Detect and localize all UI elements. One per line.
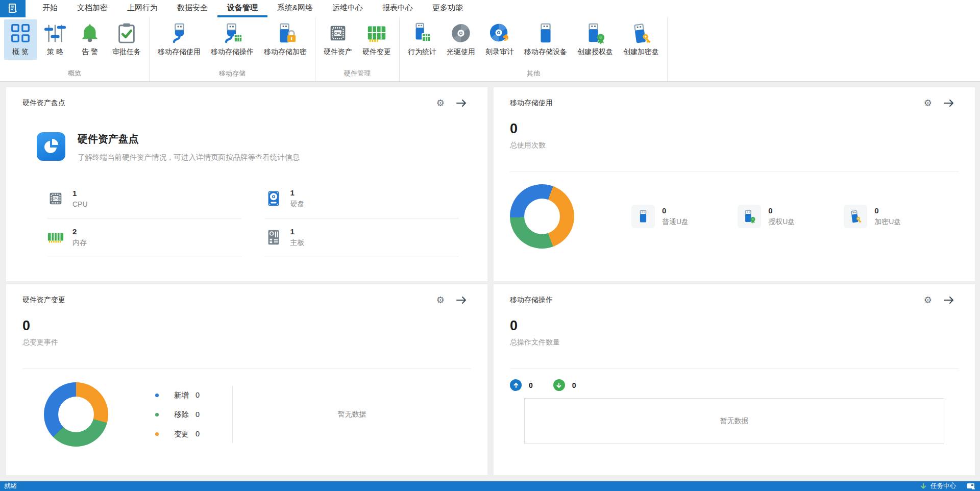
stat-value: 1 bbox=[290, 227, 305, 236]
approval-clipboard-icon bbox=[115, 21, 138, 45]
monitor-icon[interactable] bbox=[967, 483, 975, 489]
ribbon-item-label: 移动存储操作 bbox=[211, 47, 254, 57]
ribbon-item-burn-audit[interactable]: 刻录审计 bbox=[481, 19, 518, 60]
ribbon-toolbar: 概 览 策 略 告 警 bbox=[0, 17, 980, 82]
total-value: 0 bbox=[22, 318, 471, 334]
tab-ops-center[interactable]: 运维中心 bbox=[323, 0, 373, 17]
tab-more-features[interactable]: 更多功能 bbox=[423, 0, 473, 17]
motherboard-icon bbox=[265, 229, 282, 246]
tab-start[interactable]: 开始 bbox=[33, 0, 67, 17]
ribbon-item-behavior-stats[interactable]: 行为统计 bbox=[404, 19, 440, 60]
usage-item-normal-usb: 0 普通U盘 bbox=[631, 205, 689, 228]
gear-icon[interactable]: ⚙ bbox=[436, 99, 445, 108]
overview-grid-icon bbox=[9, 21, 32, 45]
arrow-right-icon[interactable] bbox=[456, 99, 467, 107]
tab-doc-encryption[interactable]: 文档加密 bbox=[67, 0, 117, 17]
cd-disc-icon bbox=[449, 21, 473, 45]
gear-icon[interactable]: ⚙ bbox=[436, 296, 445, 305]
ribbon-item-label: 移动存储加密 bbox=[264, 47, 307, 57]
tab-web-behavior[interactable]: 上网行为 bbox=[117, 0, 167, 17]
stat-motherboard[interactable]: 1 主板 bbox=[265, 218, 459, 257]
tab-system-network[interactable]: 系统&网络 bbox=[267, 0, 323, 17]
usage-label: 授权U盘 bbox=[768, 217, 795, 227]
ribbon-item-approval-tasks[interactable]: 审批任务 bbox=[108, 19, 145, 60]
usb-badge-icon bbox=[738, 205, 761, 228]
ribbon-group-label: 移动存储 bbox=[150, 67, 315, 81]
tab-device-management[interactable]: 设备管理 bbox=[217, 0, 267, 17]
stat-cpu[interactable]: CPU 1 CPU bbox=[47, 180, 241, 218]
ribbon-group-label: 概览 bbox=[0, 67, 149, 81]
ribbon-item-label: 硬件资产 bbox=[324, 47, 352, 57]
card-title: 硬件资产变更 bbox=[22, 296, 436, 305]
status-ready-text: 就绪 bbox=[4, 482, 920, 490]
download-green-icon bbox=[920, 483, 927, 490]
usage-label: 加密U盘 bbox=[874, 217, 901, 227]
legend-label: 新增 bbox=[174, 390, 189, 400]
divider bbox=[510, 369, 959, 369]
ribbon-item-storage-operations[interactable]: 移动存储操作 bbox=[207, 19, 258, 60]
changes-donut-chart bbox=[44, 382, 108, 447]
stat-value: 1 bbox=[290, 188, 305, 197]
arrow-right-icon[interactable] bbox=[456, 296, 467, 304]
tab-data-security[interactable]: 数据安全 bbox=[167, 0, 217, 17]
hdd-icon bbox=[265, 190, 282, 207]
ribbon-item-cd-usage[interactable]: 光驱使用 bbox=[443, 19, 479, 60]
dashboard: 硬件资产盘点 ⚙ 硬件资产盘点 了解终端当前硬件资产情况，可进入详情页面按品牌等… bbox=[0, 82, 980, 481]
total-value: 0 bbox=[510, 121, 959, 137]
cpu-icon: CPU bbox=[47, 190, 64, 207]
usage-value: 0 bbox=[768, 206, 795, 215]
usb-table-icon bbox=[410, 21, 434, 45]
tab-report-center[interactable]: 报表中心 bbox=[373, 0, 423, 17]
ribbon-item-alerts[interactable]: 告 警 bbox=[74, 19, 106, 60]
stat-label: 内存 bbox=[72, 238, 87, 248]
cd-burn-icon bbox=[488, 21, 511, 45]
legend-dot bbox=[155, 413, 159, 416]
stat-disk[interactable]: 1 硬盘 bbox=[265, 180, 459, 218]
legend-row-removed: 移除 0 bbox=[155, 410, 200, 420]
ribbon-item-label: 告 警 bbox=[82, 47, 98, 57]
ribbon-item-storage-encryption[interactable]: 移动存储加密 bbox=[260, 19, 311, 60]
ribbon-item-storage-usage[interactable]: 移动存储使用 bbox=[154, 19, 205, 60]
ribbon-group-hardware: CPU 硬件资产 硬件变更 硬件管理 bbox=[315, 17, 400, 81]
ribbon-item-create-authorized-disk[interactable]: 创建授权盘 bbox=[573, 19, 617, 60]
total-value: 0 bbox=[510, 318, 959, 334]
ribbon-item-label: 概 览 bbox=[12, 47, 29, 57]
card-hardware-changes: 硬件资产变更 ⚙ 0 总变更事件 新增 0 bbox=[6, 284, 487, 475]
task-center-link[interactable]: 任务中心 bbox=[930, 482, 956, 490]
usb-plug-table-icon bbox=[220, 21, 244, 45]
ribbon-item-policy[interactable]: 策 略 bbox=[39, 19, 71, 60]
usage-value: 0 bbox=[874, 206, 901, 215]
ribbon-group-label: 其他 bbox=[400, 67, 667, 81]
usage-item-encrypted-usb: 0 加密U盘 bbox=[844, 205, 901, 228]
app-menu-button[interactable] bbox=[0, 0, 26, 17]
ribbon-item-hardware-changes[interactable]: 硬件变更 bbox=[358, 19, 395, 60]
arrow-right-icon[interactable] bbox=[943, 296, 954, 304]
legend-row-added: 新增 0 bbox=[155, 390, 200, 400]
divider bbox=[510, 171, 959, 172]
ribbon-item-hardware-assets[interactable]: CPU 硬件资产 bbox=[320, 19, 356, 60]
ribbon-group-removable-storage: 移动存储使用 移动存储操作 移动存储加密 移动存储 bbox=[150, 17, 315, 81]
stat-memory[interactable]: 2 内存 bbox=[47, 218, 241, 257]
ribbon-item-label: 刻录审计 bbox=[485, 47, 514, 57]
ribbon-item-storage-devices[interactable]: 移动存储设备 bbox=[520, 19, 571, 60]
alert-bell-icon bbox=[78, 21, 102, 45]
card-title: 移动存储使用 bbox=[510, 99, 924, 108]
ribbon-item-label: 创建授权盘 bbox=[577, 47, 613, 57]
ribbon-item-create-encrypted-disk[interactable]: 创建加密盘 bbox=[619, 19, 663, 60]
svg-text:CPU: CPU bbox=[53, 197, 59, 200]
arrow-right-icon[interactable] bbox=[943, 99, 954, 107]
legend-value: 0 bbox=[195, 391, 200, 399]
ribbon-spacer bbox=[668, 17, 980, 81]
ribbon-item-overview[interactable]: 概 览 bbox=[4, 19, 37, 60]
empty-state-text: 暂无数据 bbox=[720, 416, 749, 426]
hardware-stats: CPU 1 CPU 1 硬盘 bbox=[47, 180, 459, 257]
gear-icon[interactable]: ⚙ bbox=[924, 99, 932, 108]
upload-count: 0 bbox=[529, 381, 533, 389]
ribbon-item-label: 移动存储设备 bbox=[524, 47, 567, 57]
card-storage-operations: 移动存储操作 ⚙ 0 总操作文件数量 0 0 bbox=[494, 284, 975, 475]
gear-icon[interactable]: ⚙ bbox=[924, 296, 932, 305]
usb-plug-icon bbox=[167, 21, 191, 45]
menu-bar: 开始 文档加密 上网行为 数据安全 设备管理 系统&网络 运维中心 报表中心 更… bbox=[0, 0, 980, 17]
ribbon-item-label: 光驱使用 bbox=[447, 47, 475, 57]
ribbon-item-label: 硬件变更 bbox=[362, 47, 391, 57]
